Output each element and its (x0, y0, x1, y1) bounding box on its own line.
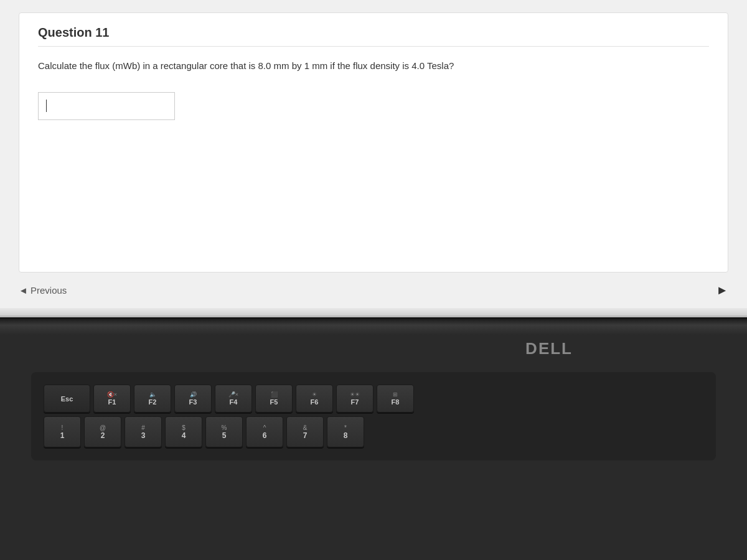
keyboard-area: Esc 🔇× F1 🔈 F2 🔊 F3 🎤× F4 ⬛ F5 (31, 372, 716, 460)
key-6[interactable]: ^ 6 (246, 416, 283, 447)
key-esc[interactable]: Esc (44, 385, 90, 413)
text-cursor (46, 100, 47, 112)
question-container: Question 11 Calculate the flux (mWb) in … (19, 12, 728, 273)
key-1[interactable]: ! 1 (44, 416, 81, 447)
key-8[interactable]: * 8 (327, 416, 364, 447)
fn-key-row: Esc 🔇× F1 🔈 F2 🔊 F3 🎤× F4 ⬛ F5 (44, 385, 703, 413)
hinge-bar (0, 317, 747, 335)
screen-bezel-bottom (0, 308, 747, 317)
key-3[interactable]: # 3 (125, 416, 162, 447)
key-7[interactable]: & 7 (286, 416, 324, 447)
key-f5[interactable]: ⬛ F5 (255, 385, 293, 413)
key-f2[interactable]: 🔈 F2 (134, 385, 171, 413)
nav-area: ◄ Previous ► (19, 273, 728, 308)
num-symbol-row: ! 1 @ 2 # 3 $ 4 % 5 ^ 6 (44, 416, 703, 447)
question-text: Calculate the flux (mWb) in a rectangula… (38, 59, 709, 73)
key-2[interactable]: @ 2 (84, 416, 121, 447)
key-f6[interactable]: ☀ F6 (296, 385, 333, 413)
question-number: Question 11 (38, 26, 709, 47)
key-f3[interactable]: 🔊 F3 (174, 385, 212, 413)
nav-wrapper: ◄ Previous ► (19, 285, 728, 296)
previous-button[interactable]: ◄ Previous (19, 285, 67, 296)
key-4[interactable]: $ 4 (165, 416, 202, 447)
laptop-bottom: DELL Esc 🔇× F1 🔈 F2 🔊 F3 🎤× F4 (0, 317, 747, 560)
answer-input-box[interactable] (38, 92, 175, 120)
screen-area: Question 11 Calculate the flux (mWb) in … (0, 0, 747, 317)
key-f4[interactable]: 🎤× F4 (215, 385, 252, 413)
key-f1[interactable]: 🔇× F1 (93, 385, 131, 413)
next-button-indicator[interactable]: ► (716, 283, 728, 297)
key-f8[interactable]: ⊞ F8 (377, 385, 414, 413)
dell-logo: DELL (525, 339, 573, 358)
key-5[interactable]: % 5 (205, 416, 243, 447)
key-f7[interactable]: ☀☀ F7 (336, 385, 374, 413)
